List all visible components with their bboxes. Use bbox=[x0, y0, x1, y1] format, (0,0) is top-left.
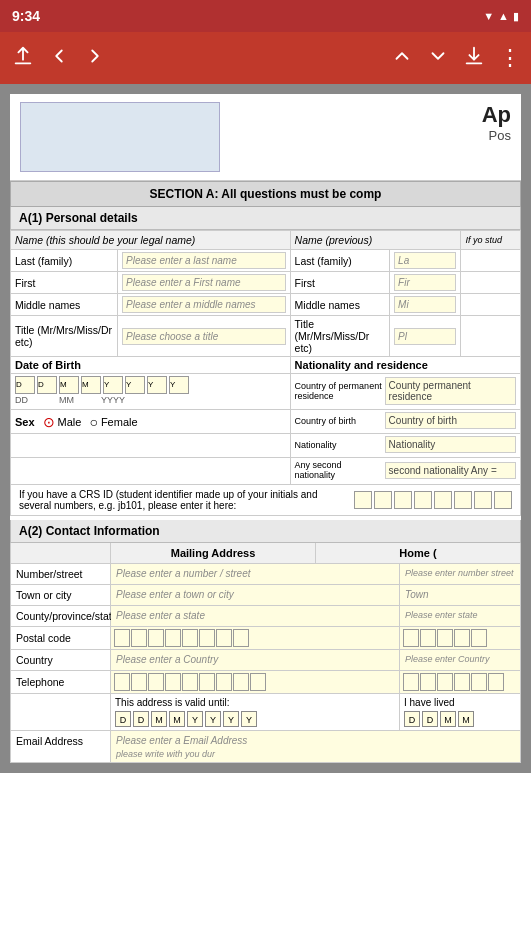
county-state-home[interactable]: Please enter state bbox=[400, 606, 520, 626]
download-icon[interactable] bbox=[463, 45, 485, 72]
middle-names-prev-input[interactable]: Mi bbox=[390, 294, 461, 316]
postal-box-m1[interactable] bbox=[114, 629, 130, 647]
postal-box-m4[interactable] bbox=[165, 629, 181, 647]
county-state-mailing[interactable]: Please enter a state bbox=[111, 606, 400, 626]
title-input[interactable]: Please choose a title bbox=[122, 328, 286, 345]
country-input[interactable]: Please enter a Country bbox=[114, 652, 396, 667]
second-nationality-input[interactable]: second nationality Any = bbox=[385, 462, 516, 479]
number-street-mailing[interactable]: Please enter a number / street bbox=[111, 564, 400, 584]
val-y4[interactable]: Y bbox=[241, 711, 257, 727]
val-y1[interactable]: Y bbox=[187, 711, 203, 727]
first-input[interactable]: Please enter a First name bbox=[122, 274, 286, 291]
val-h-d1[interactable]: D bbox=[404, 711, 420, 727]
tel-box-m7[interactable] bbox=[216, 673, 232, 691]
female-option[interactable]: ○ Female bbox=[89, 414, 137, 430]
dob-box-m2[interactable]: M bbox=[81, 376, 101, 394]
crs-box-8[interactable] bbox=[494, 491, 512, 509]
number-street-input[interactable]: Please enter a number / street bbox=[114, 566, 396, 581]
middle-names-input-cell[interactable]: Please enter a middle names bbox=[118, 294, 291, 316]
email-input[interactable]: Please enter a Email Address bbox=[114, 733, 517, 748]
country-birth-input[interactable]: Country of birth bbox=[385, 412, 516, 429]
val-h-m1[interactable]: M bbox=[440, 711, 456, 727]
last-family-prev-input[interactable]: La bbox=[390, 250, 461, 272]
tel-box-h1[interactable] bbox=[403, 673, 419, 691]
val-y2[interactable]: Y bbox=[205, 711, 221, 727]
dob-box-m1[interactable]: M bbox=[59, 376, 79, 394]
postal-box-m6[interactable] bbox=[199, 629, 215, 647]
dob-box-y3[interactable]: Y bbox=[147, 376, 167, 394]
tel-box-h6[interactable] bbox=[488, 673, 504, 691]
male-radio[interactable]: ⊙ bbox=[43, 414, 55, 430]
tel-box-m3[interactable] bbox=[148, 673, 164, 691]
tel-box-m5[interactable] bbox=[182, 673, 198, 691]
postal-box-h4[interactable] bbox=[454, 629, 470, 647]
dob-box-d1[interactable]: D bbox=[15, 376, 35, 394]
first-input-cell[interactable]: Please enter a First name bbox=[118, 272, 291, 294]
email-field-area[interactable]: Please enter a Email Address please writ… bbox=[111, 731, 520, 762]
crs-box-4[interactable] bbox=[414, 491, 432, 509]
tel-box-h4[interactable] bbox=[454, 673, 470, 691]
tel-box-m1[interactable] bbox=[114, 673, 130, 691]
crs-box-7[interactable] bbox=[474, 491, 492, 509]
last-family-input[interactable]: Please enter a last name bbox=[122, 252, 286, 269]
postal-box-h2[interactable] bbox=[420, 629, 436, 647]
val-d1[interactable]: D bbox=[115, 711, 131, 727]
town-city-input[interactable]: Please enter a town or city bbox=[114, 587, 396, 602]
dob-box-d2[interactable]: D bbox=[37, 376, 57, 394]
county-state-home-input[interactable]: Please enter state bbox=[403, 608, 517, 622]
postal-code-home[interactable] bbox=[400, 627, 520, 649]
nationality-input[interactable]: Nationality bbox=[385, 436, 516, 453]
postal-box-m8[interactable] bbox=[233, 629, 249, 647]
last-family-input-cell[interactable]: Please enter a last name bbox=[118, 250, 291, 272]
town-city-home-input[interactable]: Town bbox=[403, 587, 517, 602]
first-prev-input[interactable]: Fir bbox=[390, 272, 461, 294]
tel-box-m9[interactable] bbox=[250, 673, 266, 691]
postal-box-m7[interactable] bbox=[216, 629, 232, 647]
number-street-home[interactable]: Please enter number street bbox=[400, 564, 520, 584]
postal-box-m2[interactable] bbox=[131, 629, 147, 647]
tel-box-h3[interactable] bbox=[437, 673, 453, 691]
country-mailing[interactable]: Please enter a Country bbox=[111, 650, 400, 670]
town-city-mailing[interactable]: Please enter a town or city bbox=[111, 585, 400, 605]
upload-icon[interactable] bbox=[12, 45, 34, 72]
title-input-cell[interactable]: Please choose a title bbox=[118, 316, 291, 357]
crs-box-1[interactable] bbox=[354, 491, 372, 509]
dob-box-y1[interactable]: Y bbox=[103, 376, 123, 394]
female-radio[interactable]: ○ bbox=[89, 414, 97, 430]
crs-box-6[interactable] bbox=[454, 491, 472, 509]
val-h-d2[interactable]: D bbox=[422, 711, 438, 727]
tel-box-m6[interactable] bbox=[199, 673, 215, 691]
back-icon[interactable] bbox=[48, 45, 70, 72]
postal-box-h3[interactable] bbox=[437, 629, 453, 647]
telephone-mailing[interactable] bbox=[111, 671, 400, 693]
town-city-home[interactable]: Town bbox=[400, 585, 520, 605]
val-y3[interactable]: Y bbox=[223, 711, 239, 727]
tel-box-h2[interactable] bbox=[420, 673, 436, 691]
next-page-icon[interactable] bbox=[427, 45, 449, 72]
more-options-icon[interactable]: ⋮ bbox=[499, 45, 519, 71]
country-home[interactable]: Please enter Country bbox=[400, 650, 520, 670]
country-home-input[interactable]: Please enter Country bbox=[403, 652, 517, 666]
dob-box-y2[interactable]: Y bbox=[125, 376, 145, 394]
prev-page-icon[interactable] bbox=[391, 45, 413, 72]
postal-box-m3[interactable] bbox=[148, 629, 164, 647]
postal-box-h1[interactable] bbox=[403, 629, 419, 647]
county-state-input[interactable]: Please enter a state bbox=[114, 608, 396, 623]
male-option[interactable]: ⊙ Male bbox=[43, 414, 82, 430]
postal-code-mailing[interactable] bbox=[111, 627, 400, 649]
forward-icon[interactable] bbox=[84, 45, 106, 72]
val-m1[interactable]: M bbox=[151, 711, 167, 727]
middle-names-input[interactable]: Please enter a middle names bbox=[122, 296, 286, 313]
telephone-home[interactable] bbox=[400, 671, 520, 693]
val-d2[interactable]: D bbox=[133, 711, 149, 727]
postal-box-m5[interactable] bbox=[182, 629, 198, 647]
val-h-m2[interactable]: M bbox=[458, 711, 474, 727]
tel-box-m2[interactable] bbox=[131, 673, 147, 691]
crs-box-3[interactable] bbox=[394, 491, 412, 509]
postal-box-h5[interactable] bbox=[471, 629, 487, 647]
crs-box-2[interactable] bbox=[374, 491, 392, 509]
title-prev-input[interactable]: Pl bbox=[390, 316, 461, 357]
tel-box-m4[interactable] bbox=[165, 673, 181, 691]
dob-box-y4[interactable]: Y bbox=[169, 376, 189, 394]
crs-box-5[interactable] bbox=[434, 491, 452, 509]
